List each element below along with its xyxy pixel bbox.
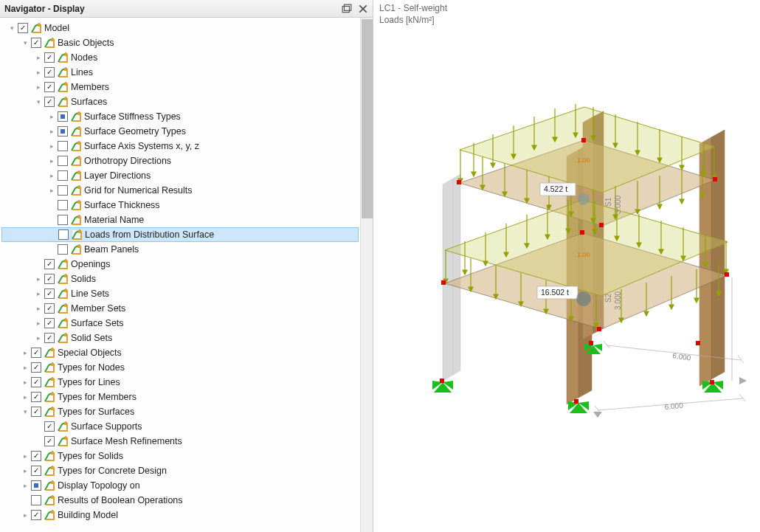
tree-item-types-members[interactable]: ▸Types for Members — [1, 390, 359, 404]
chevron-right-icon[interactable]: ▸ — [32, 83, 44, 91]
checkbox[interactable] — [58, 126, 68, 137]
checkbox[interactable] — [44, 333, 55, 343]
tree-item-types-solids[interactable]: ▸Types for Solids — [1, 449, 359, 463]
tree-item-line-sets[interactable]: ▸Line Sets — [1, 286, 359, 301]
checkbox[interactable] — [58, 229, 69, 240]
checkbox[interactable] — [44, 52, 55, 63]
chevron-right-icon[interactable]: ▸ — [32, 319, 44, 327]
checkbox[interactable] — [31, 466, 41, 476]
checkbox[interactable] — [58, 156, 68, 166]
chevron-down-icon[interactable]: ▾ — [32, 98, 44, 106]
checkbox[interactable] — [58, 185, 68, 196]
tree-item-openings[interactable]: ▸Openings — [1, 257, 359, 272]
chevron-right-icon[interactable]: ▸ — [19, 349, 31, 356]
chevron-right-icon[interactable]: ▸ — [32, 54, 44, 61]
tree-item-model[interactable]: ▾Model — [1, 21, 359, 35]
chevron-right-icon[interactable]: ▸ — [19, 482, 31, 489]
tree-item-solids[interactable]: ▸Solids — [1, 272, 359, 286]
tree-item-types-concrete[interactable]: ▸Types for Concrete Design — [1, 463, 359, 478]
chevron-right-icon[interactable]: ▸ — [19, 379, 31, 386]
checkbox[interactable] — [31, 480, 41, 491]
chevron-right-icon[interactable]: ▸ — [19, 511, 31, 519]
tree-item-results-bool[interactable]: ▸Results of Boolean Operations — [1, 493, 359, 508]
checkbox[interactable] — [44, 421, 55, 432]
checkbox[interactable] — [31, 510, 41, 520]
tree-item-types-nodes[interactable]: ▸Types for Nodes — [1, 360, 359, 375]
tree-item-solid-sets[interactable]: ▸Solid Sets — [1, 331, 359, 345]
tree-item-surface-stiffness-types[interactable]: ▸Surface Stiffness Types — [1, 109, 359, 124]
checkbox[interactable] — [44, 303, 55, 314]
chevron-right-icon[interactable]: ▸ — [19, 452, 31, 460]
chevron-right-icon[interactable]: ▸ — [19, 467, 31, 474]
checkbox[interactable] — [31, 407, 41, 417]
tree-item-members[interactable]: ▸Members — [1, 80, 359, 94]
tree-item-material-name[interactable]: ▸Material Name — [1, 213, 359, 227]
tree-item-surface-mesh-ref[interactable]: ▸Surface Mesh Refinements — [1, 434, 359, 449]
checkbox[interactable] — [44, 274, 55, 284]
tree-item-beam-panels[interactable]: ▸Beam Panels — [1, 242, 359, 257]
tree-item-surface-sets[interactable]: ▸Surface Sets — [1, 316, 359, 331]
chevron-right-icon[interactable]: ▸ — [32, 334, 44, 342]
checkbox[interactable] — [31, 38, 41, 48]
chevron-right-icon[interactable]: ▸ — [32, 275, 44, 283]
chevron-right-icon[interactable]: ▸ — [19, 393, 31, 401]
tree-item-types-lines[interactable]: ▸Types for Lines — [1, 375, 359, 390]
chevron-right-icon[interactable]: ▸ — [32, 290, 44, 297]
tree-item-nodes[interactable]: ▸Nodes — [1, 50, 359, 65]
chevron-down-icon[interactable]: ▾ — [19, 39, 31, 46]
tree-item-surface-supports[interactable]: ▸Surface Supports — [1, 419, 359, 434]
chevron-right-icon[interactable]: ▸ — [46, 113, 58, 120]
tree-item-surface-axis[interactable]: ▸Surface Axis Systems x, y, z — [1, 139, 359, 153]
chevron-down-icon[interactable]: ▾ — [19, 408, 31, 415]
chevron-right-icon[interactable]: ▸ — [46, 157, 58, 165]
tree-item-layer-dir[interactable]: ▸Layer Directions — [1, 168, 359, 183]
chevron-right-icon[interactable]: ▸ — [46, 187, 58, 194]
scrollbar-thumb[interactable] — [362, 19, 373, 218]
tree-item-surface-thickness[interactable]: ▸Surface Thickness — [1, 198, 359, 213]
chevron-right-icon[interactable]: ▸ — [46, 142, 58, 150]
checkbox[interactable] — [44, 97, 55, 107]
checkbox[interactable] — [31, 495, 41, 505]
checkbox[interactable] — [44, 82, 55, 92]
checkbox[interactable] — [31, 362, 41, 373]
tree-item-types-surfaces[interactable]: ▾Types for Surfaces — [1, 404, 359, 419]
checkbox[interactable] — [58, 215, 68, 225]
viewport[interactable]: LC1 - Self-weight Loads [kN/m²] — [373, 0, 760, 532]
checkbox[interactable] — [44, 67, 55, 77]
checkbox[interactable] — [31, 392, 41, 402]
tree-item-surfaces[interactable]: ▾Surfaces — [1, 94, 359, 109]
checkbox[interactable] — [58, 244, 68, 255]
scrollbar[interactable] — [360, 18, 373, 532]
checkbox[interactable] — [58, 200, 68, 210]
undock-icon[interactable] — [342, 4, 352, 14]
chevron-down-icon[interactable]: ▾ — [6, 24, 18, 32]
checkbox[interactable] — [58, 170, 68, 181]
checkbox[interactable] — [44, 259, 55, 269]
tree-item-surface-geometry-types[interactable]: ▸Surface Geometry Types — [1, 124, 359, 139]
tree-item-display-topology[interactable]: ▸Display Topology on — [1, 478, 359, 493]
checkbox[interactable] — [31, 377, 41, 387]
checkbox[interactable] — [44, 289, 55, 299]
tree-item-grid-num[interactable]: ▸Grid for Numerical Results — [1, 183, 359, 198]
mass-label-lower: 16.502 t — [537, 286, 578, 299]
chevron-right-icon[interactable]: ▸ — [19, 364, 31, 371]
tree-item-loads-from-dist[interactable]: ▸Loads from Distribution Surface — [1, 227, 359, 242]
tree-item-lines[interactable]: ▸Lines — [1, 65, 359, 80]
chevron-right-icon[interactable]: ▸ — [32, 305, 44, 312]
tree-item-building-model[interactable]: ▸Building Model — [1, 508, 359, 522]
tree-item-special-objects[interactable]: ▸Special Objects — [1, 345, 359, 360]
checkbox[interactable] — [18, 23, 28, 33]
chevron-right-icon[interactable]: ▸ — [32, 69, 44, 76]
checkbox[interactable] — [31, 348, 41, 358]
checkbox[interactable] — [58, 141, 68, 151]
chevron-right-icon[interactable]: ▸ — [46, 128, 58, 135]
tree-item-basic-objects[interactable]: ▾Basic Objects — [1, 35, 359, 50]
close-icon[interactable] — [358, 4, 368, 14]
checkbox[interactable] — [44, 436, 55, 446]
chevron-right-icon[interactable]: ▸ — [46, 172, 58, 179]
checkbox[interactable] — [31, 451, 41, 461]
tree-item-member-sets[interactable]: ▸Member Sets — [1, 301, 359, 316]
tree-item-ortho-dir[interactable]: ▸Orthotropy Directions — [1, 153, 359, 168]
checkbox[interactable] — [44, 318, 55, 328]
checkbox[interactable] — [58, 111, 68, 122]
